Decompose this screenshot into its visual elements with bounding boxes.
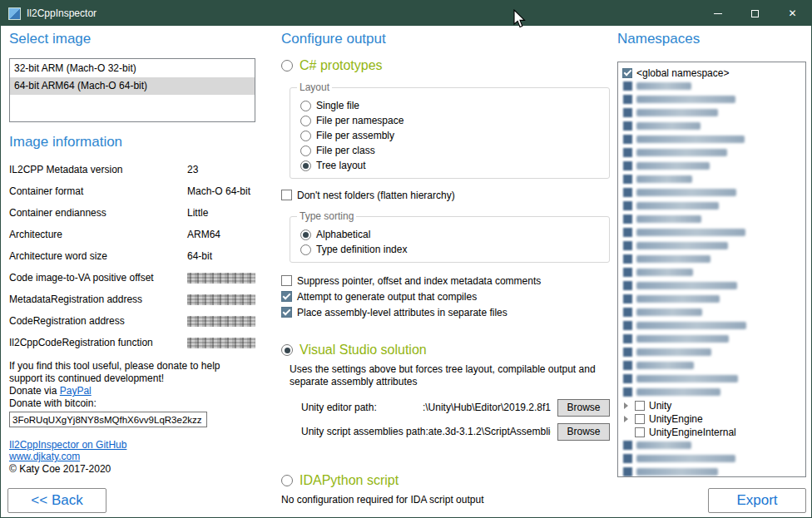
namespace-item-redacted[interactable]: [622, 466, 801, 477]
copyright-text: © Katy Coe 2017-2020: [9, 463, 255, 476]
checkbox-icon[interactable]: [635, 427, 645, 437]
namespace-label: UnityEngine: [649, 413, 703, 425]
namespace-item-redacted[interactable]: [622, 333, 801, 345]
image-listbox[interactable]: 32-bit ARM (Mach-O 32-bit) 64-bit ARM64 …: [9, 58, 255, 122]
expand-arrow-icon[interactable]: [622, 402, 631, 410]
namespace-item-redacted[interactable]: [622, 186, 801, 199]
namespace-item-redacted[interactable]: [622, 386, 801, 398]
namespace-item-redacted[interactable]: [622, 293, 801, 305]
close-button[interactable]: ✕: [774, 1, 811, 26]
namespace-item-redacted[interactable]: [622, 93, 801, 106]
radio-tree-layout[interactable]: Tree layout: [300, 158, 601, 173]
info-value: Mach-O 64-bit: [187, 185, 250, 197]
namespace-item-unityengine[interactable]: UnityEngine: [622, 412, 801, 425]
namespace-item-redacted[interactable]: [622, 133, 801, 146]
checkbox-icon[interactable]: [635, 414, 645, 424]
info-row-va-offset: Code image-to-VA positive offset: [9, 267, 255, 289]
checkbox-icon: [623, 228, 632, 237]
unity-assemblies-path-value: ate.3d-3.1.2\ScriptAssemblies: [428, 426, 551, 437]
namespace-item-redacted[interactable]: [622, 359, 801, 372]
visual-studio-solution-radio[interactable]: Visual Studio solution: [281, 342, 610, 358]
info-label: CodeRegistration address: [9, 315, 187, 327]
suppress-metadata-comments-checkbox[interactable]: Suppress pointer, offset and index metad…: [281, 273, 610, 289]
website-link[interactable]: www.djkaty.com: [9, 451, 255, 462]
namespace-item-redacted[interactable]: [622, 213, 801, 225]
configure-output-heading: Configure output: [281, 31, 610, 47]
checkbox-icon: [623, 387, 632, 397]
separate-attribute-files-checkbox[interactable]: Place assembly-level attributes in separ…: [281, 304, 610, 320]
namespace-item-redacted[interactable]: [622, 146, 801, 159]
namespace-item-redacted[interactable]: [622, 120, 801, 132]
paypal-link[interactable]: PayPal: [60, 385, 92, 397]
namespace-item-redacted[interactable]: [622, 306, 801, 318]
flatten-hierarchy-checkbox[interactable]: Don't nest folders (flatten hierarchy): [281, 187, 610, 203]
namespace-item-redacted[interactable]: [622, 226, 801, 239]
namespace-item-redacted[interactable]: [622, 80, 801, 92]
unity-editor-path-label: Unity editor path:: [301, 402, 377, 413]
image-info-table: IL2CPP Metadata version 23 Container for…: [9, 159, 255, 353]
namespace-label: Unity: [649, 400, 671, 412]
redacted-value: [187, 294, 255, 305]
expander-spacer: [622, 428, 631, 437]
redacted-namespace-label: [636, 348, 711, 356]
radio-single-file[interactable]: Single file: [300, 98, 601, 113]
minimize-button[interactable]: [699, 1, 736, 26]
browse-editor-path-button[interactable]: Browse: [557, 399, 610, 417]
checkbox-icon[interactable]: [635, 401, 645, 411]
checkbox-icon: [281, 291, 292, 302]
checkbox-icon[interactable]: [622, 68, 632, 78]
namespace-item-redacted[interactable]: [622, 319, 801, 332]
checkbox-icon: [623, 321, 632, 330]
browse-assemblies-path-button[interactable]: Browse: [557, 423, 610, 441]
image-option-32bit-arm[interactable]: 32-bit ARM (Mach-O 32-bit): [10, 60, 255, 77]
namespace-item-redacted[interactable]: [622, 346, 801, 358]
bitcoin-address-input[interactable]: [9, 412, 207, 427]
ida-description: No configuration required for IDA script…: [281, 494, 610, 506]
expand-arrow-icon[interactable]: [622, 415, 631, 423]
donate-via-text: Donate via: [9, 385, 60, 397]
redacted-namespace-label: [636, 388, 720, 396]
redacted-value: [187, 273, 255, 284]
checkbox-icon: [623, 175, 632, 184]
generate-compilable-output-checkbox[interactable]: Attempt to generate output that compiles: [281, 289, 610, 304]
namespace-item-redacted[interactable]: [622, 253, 801, 265]
titlebar[interactable]: Il2CppInspector ✕: [1, 1, 811, 26]
namespace-item-redacted[interactable]: [622, 106, 801, 119]
export-button[interactable]: Export: [708, 488, 806, 513]
namespace-item-redacted[interactable]: [622, 160, 801, 172]
checkbox-icon: [623, 308, 632, 317]
unity-editor-path-value: :\Unity\Hub\Editor\2019.2.8f1: [377, 402, 551, 413]
namespace-item-redacted[interactable]: [622, 279, 801, 292]
namespace-item-unity[interactable]: Unity: [622, 399, 801, 412]
back-button[interactable]: << Back: [7, 488, 106, 513]
checkbox-icon: [623, 334, 632, 343]
idapython-script-radio[interactable]: IDAPython script: [281, 472, 610, 489]
radio-file-per-class[interactable]: File per class: [300, 143, 601, 158]
namespace-item-redacted[interactable]: [622, 266, 801, 279]
image-option-64bit-arm64[interactable]: 64-bit ARM64 (Mach-O 64-bit): [10, 77, 255, 95]
csharp-prototypes-radio[interactable]: C# prototypes: [281, 57, 610, 74]
window-title: Il2CppInspector: [27, 7, 97, 19]
radio-file-per-assembly[interactable]: File per assembly: [300, 128, 601, 143]
namespaces-heading: Namespaces: [617, 31, 806, 47]
radio-file-per-namespace[interactable]: File per namespace: [300, 113, 601, 128]
namespace-item-redacted[interactable]: [622, 200, 801, 212]
namespace-item-global[interactable]: <global namespace>: [622, 67, 801, 79]
namespace-label: UnityEngineInternal: [649, 427, 736, 438]
namespace-item-redacted[interactable]: [622, 173, 801, 185]
donate-paypal-line: Donate via PayPal: [9, 385, 255, 397]
checkbox-icon: [623, 281, 632, 290]
maximize-button[interactable]: [736, 1, 774, 26]
namespace-item-redacted[interactable]: [622, 239, 801, 252]
namespace-item-redacted[interactable]: [622, 372, 801, 385]
radio-type-definition-index[interactable]: Type definition index: [300, 242, 601, 257]
namespaces-list[interactable]: <global namespace> Unity UnityEngine Uni…: [617, 62, 806, 477]
namespace-item-redacted[interactable]: [622, 439, 801, 451]
github-link[interactable]: Il2CppInspector on GitHub: [9, 439, 255, 451]
close-icon: ✕: [788, 8, 796, 18]
checkbox-icon: [623, 348, 632, 357]
radio-alphabetical[interactable]: Alphabetical: [300, 227, 601, 242]
info-label: Code image-to-VA positive offset: [9, 272, 187, 284]
namespace-item-unityengineinternal[interactable]: UnityEngineInternal: [622, 426, 801, 438]
namespace-item-redacted[interactable]: [622, 452, 801, 465]
